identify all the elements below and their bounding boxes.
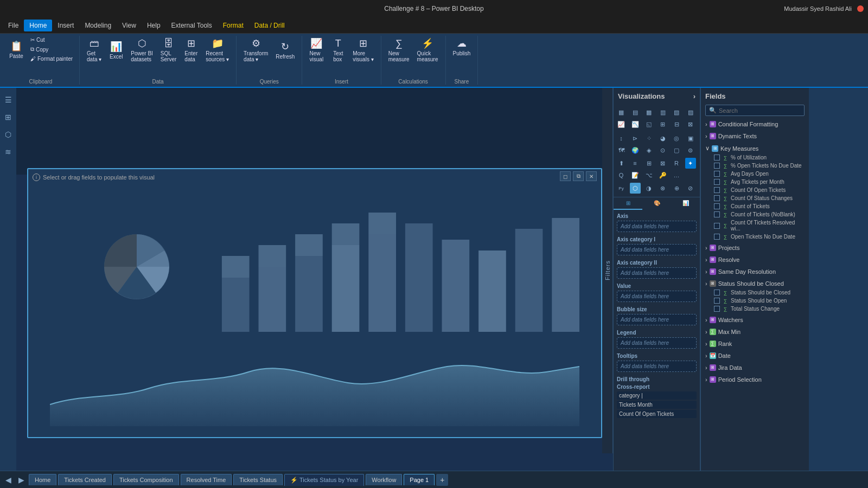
viz-decomp-tree[interactable]: ⌥ (643, 170, 654, 181)
viz-pie[interactable]: ◕ (658, 133, 668, 144)
viz-smart-narrative[interactable]: 📝 (630, 170, 641, 181)
field-checkbox-cr[interactable] (714, 223, 720, 229)
fields-group-header-sdr[interactable]: › ⊞ Same Day Resolution (703, 267, 807, 277)
viz-card[interactable]: ▢ (671, 145, 682, 156)
ribbon-cut-btn[interactable]: ✂ Cut (28, 36, 75, 44)
ribbon-quick-measure-btn[interactable]: ⚡ Quickmeasure (414, 36, 441, 64)
field-item-status-changes[interactable]: ∑ Count Of Status Changes (703, 194, 807, 202)
menu-format[interactable]: Format (218, 20, 249, 31)
ribbon-format-painter-btn[interactable]: 🖌 Format painter (28, 55, 75, 63)
viz-stacked-area[interactable]: ◱ (643, 119, 654, 130)
ribbon-copy-btn[interactable]: ⧉ Copy (28, 45, 75, 54)
field-item-avg-days[interactable]: ∑ Avg Days Open (703, 170, 807, 178)
field-checkbox-co[interactable] (714, 187, 720, 193)
tab-nav-next[interactable]: ▶ (16, 476, 27, 484)
field-checkbox-tsc[interactable] (714, 306, 720, 312)
fields-group-header-km[interactable]: ∨ ⊞ Key Measures (703, 143, 807, 153)
viz-qna[interactable]: Q (616, 170, 627, 181)
viz-extra-3[interactable]: ⊕ (671, 183, 682, 194)
viz-stacked-bar-100[interactable]: ▩ (643, 107, 654, 118)
viz-selected-custom[interactable]: ⬡ (630, 183, 641, 194)
ribbon-new-visual-btn[interactable]: 📈 Newvisual (307, 36, 326, 64)
field-item-count-tickets[interactable]: ∑ Count of Tickets (703, 202, 807, 210)
tab-tickets-status-year[interactable]: ⚡ Tickets Status by Year (284, 474, 364, 486)
fields-group-header-rank[interactable]: › ∑ Rank (703, 339, 807, 349)
viz-multi-row[interactable]: ⊜ (685, 145, 696, 156)
ribbon-text-box-btn[interactable]: T Textbox (328, 36, 348, 64)
ribbon-transform-btn[interactable]: ⚙ Transformdata ▾ (241, 36, 271, 64)
viz-gauge[interactable]: ⊙ (658, 145, 668, 156)
tab-page1[interactable]: Page 1 (404, 474, 435, 485)
viz-scatter[interactable]: ⁘ (643, 133, 654, 144)
viz-axis-cat2-drop[interactable]: Add data fields here (617, 267, 697, 279)
menu-data-drill[interactable]: Data / Drill (249, 20, 290, 31)
viz-axis-drop[interactable]: Add data fields here (617, 221, 697, 232)
field-item-count-tickets-noblank[interactable]: ∑ Count of Tickets (NoBlank) (703, 210, 807, 219)
viz-matrix[interactable]: ⊠ (658, 158, 668, 169)
left-bar-dax-icon[interactable]: ≋ (3, 145, 14, 158)
viz-tab-format[interactable]: 🎨 (642, 197, 671, 210)
viz-bubble-drop[interactable]: Add data fields here (617, 314, 697, 325)
viz-tooltips-drop[interactable]: Add data fields here (617, 361, 697, 372)
viz-azure-map[interactable]: ◈ (643, 145, 654, 156)
viz-clustered-bar[interactable]: ▤ (630, 107, 641, 118)
viz-waterfall[interactable]: ↕ (616, 133, 627, 144)
field-checkbox-ond[interactable] (714, 163, 720, 169)
field-item-open-no-due2[interactable]: ∑ Open Tickets No Due Date (703, 233, 807, 241)
fields-group-header-period[interactable]: › ⊞ Period Selection (703, 375, 807, 384)
viz-extra-2[interactable]: ⊗ (658, 183, 668, 194)
tab-home[interactable]: Home (29, 474, 56, 485)
menu-home[interactable]: Home (24, 20, 52, 31)
viz-axis-cat1-drop[interactable]: Add data fields here (617, 244, 697, 255)
left-bar-model-icon[interactable]: ⬡ (3, 128, 14, 141)
viz-funnel[interactable]: ⊳ (630, 133, 641, 144)
fields-group-header-proj[interactable]: › ⊞ Projects (703, 243, 807, 253)
panel-ctrl-1[interactable]: ◻ (560, 171, 571, 181)
field-item-utilization[interactable]: ∑ % of Utilization (703, 153, 807, 162)
menu-help[interactable]: Help (142, 20, 166, 31)
fields-group-header-status[interactable]: › ⊞ Status Should be Closed (703, 279, 807, 288)
ribbon-powerbi-datasets-btn[interactable]: ⬡ Power BIdatasets (128, 36, 156, 64)
ribbon-excel-btn[interactable]: 📊 Excel (106, 39, 126, 61)
viz-clustered-col[interactable]: ▧ (671, 107, 682, 118)
ribbon-new-measure-btn[interactable]: ∑ Newmeasure (386, 36, 412, 64)
viz-slicer[interactable]: ≡ (630, 158, 641, 169)
fields-group-header-watch[interactable]: › ⊞ Watchers (703, 315, 807, 325)
viz-col-100[interactable]: ▨ (685, 107, 696, 118)
field-checkbox-util[interactable] (714, 155, 720, 160)
menu-file[interactable]: File (3, 20, 24, 31)
filters-panel[interactable]: Filters (602, 88, 613, 453)
fields-group-header-jira[interactable]: › ⊞ Jira Data (703, 363, 807, 373)
tab-resolved-time[interactable]: Resolved Time (181, 474, 232, 485)
ribbon-more-visuals-btn[interactable]: ⊞ Morevisuals ▾ (350, 36, 376, 64)
fields-group-header-cf[interactable]: › ⊞ Conditional Formatting (703, 119, 807, 129)
viz-donut[interactable]: ◎ (671, 133, 682, 144)
tab-nav-prev[interactable]: ◀ (3, 476, 14, 484)
viz-py-icon[interactable]: Py (616, 183, 627, 194)
visual-panel[interactable]: i Select or drag fields to populate this… (27, 168, 602, 438)
viz-more[interactable]: … (671, 170, 682, 181)
fields-group-header-dt[interactable]: › ⊞ Dynamic Texts (703, 131, 807, 141)
field-checkbox-ctnb[interactable] (714, 211, 720, 217)
field-item-tsc[interactable]: ∑ Total Status Change (703, 305, 807, 313)
viz-extra-4[interactable]: ⊘ (685, 183, 696, 194)
field-item-open-no-due[interactable]: ∑ % Open Tickets No Due Date (703, 162, 807, 170)
field-item-avg-tickets[interactable]: ∑ Avg Tickets per Month (703, 178, 807, 186)
viz-kpi[interactable]: ⬆ (616, 158, 627, 169)
viz-value-drop[interactable]: Add data fields here (617, 291, 697, 302)
viz-map[interactable]: 🗺 (616, 145, 627, 156)
fields-group-header-res[interactable]: › ⊞ Resolve (703, 255, 807, 265)
viz-filled-map[interactable]: 🌍 (630, 145, 641, 156)
menu-insert[interactable]: Insert (52, 20, 79, 31)
left-bar-data-icon[interactable]: ⊞ (3, 111, 14, 124)
ribbon-recent-sources-btn[interactable]: 📁 Recentsources ▾ (203, 36, 232, 64)
field-item-count-open[interactable]: ∑ Count Of Open Tickets (703, 186, 807, 194)
field-checkbox-ad[interactable] (714, 171, 720, 177)
viz-panel-collapse-icon[interactable]: › (693, 92, 695, 100)
field-checkbox-sso[interactable] (714, 298, 720, 304)
fields-search-input[interactable] (719, 107, 801, 114)
tab-tickets-status[interactable]: Tickets Status (233, 474, 283, 485)
viz-key-influencers[interactable]: 🔑 (658, 170, 668, 181)
viz-extra-1[interactable]: ◑ (643, 183, 654, 194)
field-checkbox-ond2[interactable] (714, 234, 720, 240)
